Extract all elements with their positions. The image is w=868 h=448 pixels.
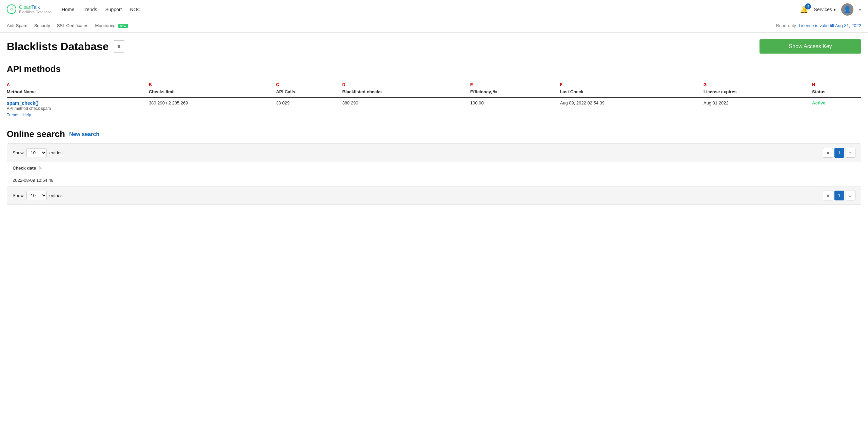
main-content: API methods A B C D E F G H Method Name … [0,57,868,212]
license-valid-link[interactable]: License is valid till Aug 31, 2022 [799,23,861,28]
notifications-bell[interactable]: 🔔 3 [800,5,808,14]
show-label: Show [13,150,24,155]
logo-subtitle: Blacklists Database [19,10,52,14]
search-result-row: 2022-08-09 12:54:48 [7,174,861,187]
col-label-f: F [560,80,703,88]
nav-home[interactable]: Home [62,7,74,12]
check-date-cell: 2022-08-09 12:54:48 [7,174,861,187]
page-title: Blacklists Database [7,40,109,53]
search-table-header-row: Check date ⇅ [7,162,861,174]
header-efficiency: Efficiency, % [470,88,560,97]
online-search-header: Online search New search [7,129,861,139]
col-label-a: A [7,80,149,88]
col-label-e: E [470,80,560,88]
api-row-method: spam_check() API method check spam Trend… [7,97,149,119]
sort-icon[interactable]: ⇅ [39,166,42,171]
page-title-area: Blacklists Database ≡ [7,40,125,53]
secondary-navigation: Anti-Spam Security SSL Certificates Moni… [0,19,868,33]
api-methods-section: API methods A B C D E F G H Method Name … [7,64,861,119]
show-label-bottom: Show [13,193,24,198]
api-row-license-expires: Aug 31 2022 [704,97,812,119]
page-1-button[interactable]: 1 [834,148,844,158]
online-search-title: Online search [7,129,65,139]
readonly-notice: Read-only [776,23,796,28]
next-page-button-bottom[interactable]: » [846,191,855,200]
nav-right-area: 🔔 3 Services ▾ 👤 ▾ [800,3,861,16]
api-table-row: spam_check() API method check spam Trend… [7,97,861,119]
nav-noc[interactable]: NOC [130,7,140,12]
services-button[interactable]: Services ▾ [814,7,836,12]
header-last-check: Last Check [560,88,703,97]
prev-page-button[interactable]: « [823,148,833,158]
logo-icon: ○ [7,4,16,14]
notifications-badge: 3 [805,3,811,9]
api-row-last-check: Aug 09, 2022 02:54:39 [560,97,703,119]
top-navigation: ○ CleanTalk Blacklists Database Home Tre… [0,0,868,19]
show-entries-control: Show 10 25 50 100 entries [13,148,63,157]
header-license-expires: License expires [704,88,812,97]
api-row-checks-limit: 380 290 / 2 285 269 [149,97,276,119]
api-table-headers: Method Name Checks limit API Calls Black… [7,88,861,97]
entries-label: entries [50,150,63,155]
page-header: Blacklists Database ≡ Show Access Key [0,33,868,57]
api-row-status: Active [812,97,861,119]
services-chevron: ▾ [833,7,836,12]
menu-button[interactable]: ≡ [113,40,125,53]
search-results-table: Check date ⇅ 2022-08-09 12:54:48 [7,162,861,187]
nav-trends[interactable]: Trends [82,7,97,12]
header-status: Status [812,88,861,97]
check-date-header: Check date ⇅ [7,162,861,174]
nav-support[interactable]: Support [105,7,122,12]
api-row-api-calls: 38 029 [276,97,342,119]
logo-area[interactable]: ○ CleanTalk Blacklists Database [7,4,62,15]
col-label-g: G [704,80,812,88]
method-description: API method check spam [7,106,51,111]
col-label-c: C [276,80,342,88]
header-api-calls: API Calls [276,88,342,97]
header-checks-limit: Checks limit [149,88,276,97]
sec-nav-security[interactable]: Security [34,23,50,28]
online-search-section: Online search New search Show 10 25 50 1… [7,129,861,205]
spam-check-link[interactable]: spam_check() [7,100,38,106]
logo-clean: Clean [19,4,32,10]
avatar-chevron[interactable]: ▾ [859,7,861,12]
prev-page-button-bottom[interactable]: « [823,191,833,200]
col-label-d: D [342,80,470,88]
sec-nav-monitoring[interactable]: Monitoring new [95,23,128,28]
main-nav-links: Home Trends Support NOC [62,7,800,12]
show-entries-bottom: Show 10 25 50 100 entries [13,191,63,200]
monitoring-new-badge: new [118,24,128,28]
bottom-pagination: « 1 » [823,191,855,200]
api-row-blacklisted: 380 290 [342,97,470,119]
secondary-nav-links: Anti-Spam Security SSL Certificates Moni… [7,23,776,28]
trends-link[interactable]: Trends [7,113,19,117]
user-avatar[interactable]: 👤 [841,3,853,16]
api-methods-title: API methods [7,64,861,74]
col-label-b: B [149,80,276,88]
api-row-efficiency: 100.00 [470,97,560,119]
api-methods-table: A B C D E F G H Method Name Checks limit… [7,80,861,119]
method-links: Trends | Help [7,112,146,117]
logo-talk: Talk [32,4,40,10]
page-1-button-bottom[interactable]: 1 [834,191,844,200]
new-search-link[interactable]: New search [69,131,99,137]
sec-nav-antispam[interactable]: Anti-Spam [7,23,27,28]
table-bottom-controls: Show 10 25 50 100 entries « 1 » [7,187,861,205]
table-top-controls: Show 10 25 50 100 entries « 1 » [7,144,861,162]
entries-select-bottom[interactable]: 10 25 50 100 [26,191,47,200]
next-page-button[interactable]: » [846,148,855,158]
show-access-key-button[interactable]: Show Access Key [760,39,861,54]
header-blacklisted-checks: Blacklisted checks [342,88,470,97]
services-label: Services [814,7,832,12]
col-label-h: H [812,80,861,88]
license-area: Read-only License is valid till Aug 31, … [776,23,861,28]
sec-nav-ssl[interactable]: SSL Certificates [57,23,88,28]
logo-text-area: CleanTalk Blacklists Database [19,4,52,15]
header-method-name: Method Name [7,88,149,97]
api-table-col-labels: A B C D E F G H [7,80,861,88]
logo-brand: CleanTalk [19,4,52,10]
entries-select[interactable]: 10 25 50 100 [26,148,47,157]
top-pagination: « 1 » [823,148,855,158]
search-table-container: Show 10 25 50 100 entries « 1 » [7,143,861,205]
help-link[interactable]: Help [23,113,31,117]
